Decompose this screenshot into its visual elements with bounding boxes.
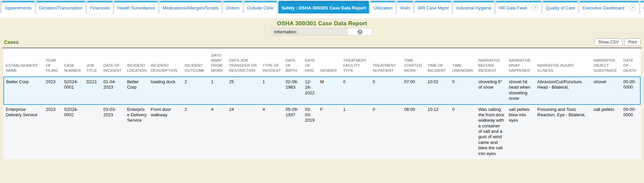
table-cell: 03-03-2023 <box>101 104 125 159</box>
table-cell: Enterprise Delivery Service <box>125 104 149 159</box>
tab-wr-case-mgmt[interactable]: WR Case Mgmt <box>415 1 452 13</box>
tab-dictation-transcription[interactable]: Dictation/Transcription <box>36 1 86 13</box>
column-header-job-title: JOB TITLE <box>84 49 101 77</box>
tab-industrial-hygiene[interactable]: Industrial Hygiene <box>453 1 494 13</box>
table-cell: Abrasion/Cut/Puncture, Head - Bilateral, <box>535 77 591 104</box>
column-header-establishment-name: ESTABLISHMENT NAME <box>4 49 44 77</box>
table-cell: Poisoning and Toxic Reaction, Eye - Bila… <box>535 104 591 159</box>
tab-hr-data-feed[interactable]: HR Data Feed↗ <box>496 1 541 13</box>
tab-visits[interactable]: Visits <box>397 1 414 13</box>
column-header-days-away-from-work: DAYS AWAY FROM WORK <box>209 49 227 77</box>
tab-health-surveillance[interactable]: Health Surveillance <box>114 1 158 13</box>
tab-medications-allergies-scripts[interactable]: Medications/Allergies/Scripts <box>159 1 222 13</box>
tab-menu-caret-icon <box>394 13 395 13</box>
tab-label: Outside Clinic <box>247 5 274 10</box>
table-cell: Front door walkway <box>149 104 182 159</box>
column-header-date-of-incident: DATE OF INCIDENT <box>101 49 125 77</box>
tab-menu-caret-icon <box>33 13 34 13</box>
tab-executive-dashboard[interactable]: Executive Dashboard↗ <box>579 1 639 13</box>
tab-menu-caret-icon <box>275 13 277 13</box>
table-cell: S2024-0001 <box>62 77 84 104</box>
report-page: OSHA 300/301 Case Data Report Informatio… <box>0 18 644 159</box>
print-button[interactable]: Print <box>624 38 641 46</box>
table-cell: 0 <box>371 104 402 159</box>
column-header-treatment-facility-type: TREATMENT FACILITY TYPE <box>341 49 371 77</box>
help-section: ? <box>348 28 372 35</box>
tab-separator <box>627 4 627 11</box>
tab-label: Executive Dashboard <box>583 5 624 10</box>
tab-menu-caret-icon <box>367 13 369 13</box>
tab-label: Quality of Care <box>546 5 575 10</box>
table-cell: Was salting the front door walkway with … <box>476 104 507 159</box>
tab-label: Dictation/Transcription <box>39 5 83 10</box>
table-cell: shovel hit head when shoveling snow <box>507 77 535 104</box>
tab-label: Orders <box>226 5 240 10</box>
table-cell: Enterprise Delivery Service <box>4 104 44 159</box>
table-cell: loading dock <box>149 77 182 104</box>
cases-toolbar: Cases Show CSV Print <box>0 35 644 48</box>
table-cell: 1 <box>209 77 227 104</box>
tab-utilization[interactable]: Utilization <box>370 1 395 13</box>
tab-label: Visits <box>400 5 411 10</box>
tab-menu-caret-icon <box>241 13 242 13</box>
tab-menu-caret-icon <box>220 13 221 13</box>
table-cell: 00-00-0000 <box>621 77 640 104</box>
table-header-row: ESTABLISHMENT NAMEYEAR OF FILINGCASE NUM… <box>4 49 640 77</box>
tab-menu-caret-icon <box>156 13 158 13</box>
information-label: Information: <box>272 28 348 35</box>
column-header-date-of-death: DATE OF DEATH <box>621 49 640 77</box>
table-cell: 05-09-1937 <box>283 104 303 159</box>
column-header-days-job-transfer-or-restriction: DAYS JOB TRANSFER OR RESTRICTION <box>227 49 261 77</box>
table-cell: D221 <box>84 77 101 104</box>
table-row[interactable]: Enterprise Delivery Service2023S2024-000… <box>4 104 640 159</box>
table-cell: 12-16-2022 <box>303 77 318 104</box>
column-header-narrative-before-incident: NARRATIVE BEFORE INCIDENT <box>476 49 507 77</box>
column-header-time-of-incident: TIME OF INCIDENT <box>425 49 450 77</box>
column-header-gender: GENDER <box>318 49 341 77</box>
tab-quality-of-care[interactable]: Quality of Care <box>543 1 578 13</box>
table-cell: S2024-0002 <box>62 104 84 159</box>
tabbar-underline <box>0 13 644 18</box>
column-header-date-of-hire: DATE OF HIRE <box>303 49 318 77</box>
table-cell: salt pellets <box>591 104 621 159</box>
table-cell: 2023 <box>44 104 62 159</box>
table-cell: 25 <box>227 77 261 104</box>
help-icon[interactable]: ? <box>357 29 363 34</box>
show-csv-button[interactable]: Show CSV <box>595 38 622 46</box>
table-row[interactable]: Better Corp2023S2024-0001D22101-04-2023B… <box>4 77 640 104</box>
tab-appointments[interactable]: Appointments <box>2 1 35 13</box>
tab-menu-caret-icon <box>411 13 413 13</box>
table-cell: 4 <box>261 104 283 159</box>
tab-label: Appointments <box>5 5 32 10</box>
cases-table-container: ESTABLISHMENT NAMEYEAR OF FILINGCASE NUM… <box>3 49 641 159</box>
column-header-time-unknown: TIME UNKNOWN <box>450 49 476 77</box>
tab-label: Safety : OSHA 300/301 Case Data Report <box>281 5 366 10</box>
tab-orders[interactable]: Orders <box>223 1 243 13</box>
tab-label: Industrial Hygiene <box>456 5 491 10</box>
table-cell: 10:12 <box>425 104 450 159</box>
tab-menu-caret-icon <box>111 13 113 13</box>
table-cell: Better Corp <box>125 77 149 104</box>
table-cell: 2 <box>182 77 209 104</box>
external-link-icon[interactable]: ↗ <box>532 5 538 11</box>
column-header-treatment-in-patient: TREATMENT IN-PATIENT <box>371 49 402 77</box>
table-cell: 02-08-1983 <box>283 77 303 104</box>
column-header-case-number: CASE NUMBER <box>62 49 84 77</box>
table-cell: shovel <box>591 77 621 104</box>
column-header-narrative-injury-illness: NARRATIVE INJURY ILLNESS <box>535 49 591 77</box>
table-cell: 4 <box>209 104 227 159</box>
tab-c[interactable]: C <box>640 1 644 13</box>
column-header-year-of-filing: YEAR OF FILING <box>44 49 62 77</box>
tab-menu-caret-icon <box>492 13 494 13</box>
column-header-narrative-what-happened: NARRATIVE WHAT HAPPENED <box>507 49 535 77</box>
tab-outside-clinic[interactable]: Outside Clinic <box>244 1 277 13</box>
page-title: OSHA 300/301 Case Data Report <box>0 20 644 27</box>
table-cell: 0 <box>450 77 476 104</box>
table-cell: 1 <box>261 77 283 104</box>
external-link-icon[interactable]: ↗ <box>629 5 636 11</box>
column-header-narrative-object-substance: NARRATIVE OBJECT SUBSTANCE <box>591 49 621 77</box>
column-header-incident-description: INCIDENT DESCRIPTION <box>149 49 182 77</box>
tab-safety-osha-300-301-case-data-report[interactable]: Safety : OSHA 300/301 Case Data Report <box>278 1 369 13</box>
table-cell <box>84 104 101 159</box>
tab-financials[interactable]: Financials <box>87 1 113 13</box>
